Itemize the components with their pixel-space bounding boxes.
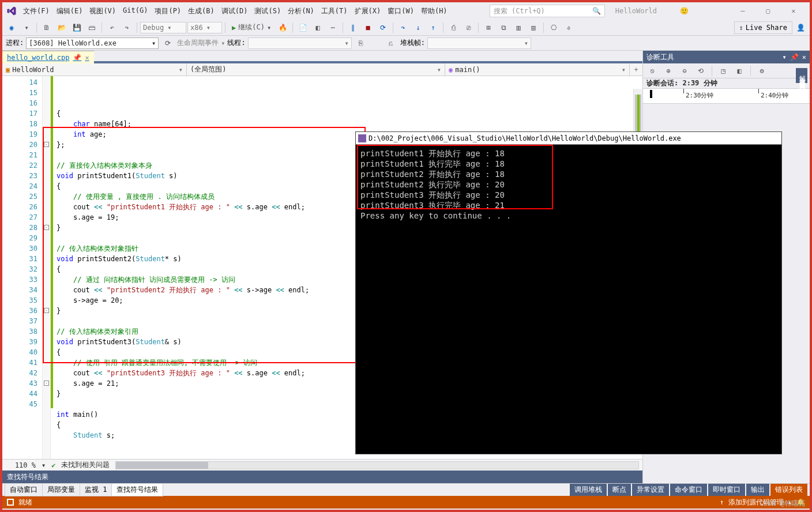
diagnostic-toolbar: ⎋ ⊕ ⊖ ⟲ ◳ ◧ ⚙ bbox=[643, 63, 810, 78]
menu-item[interactable]: 生成(B) bbox=[185, 5, 218, 17]
nav-back-icon[interactable]: ◉ bbox=[5, 21, 18, 34]
diag-t2-icon[interactable]: ⊕ bbox=[661, 65, 675, 77]
stop-icon[interactable]: ■ bbox=[361, 21, 375, 34]
process-combo[interactable]: [3608] HelloWorld.exe▾ bbox=[26, 37, 159, 49]
right-bottom-tab[interactable]: 调用堆栈 bbox=[570, 484, 607, 496]
nav-function[interactable]: ◉main()▾ bbox=[445, 63, 630, 76]
t13-icon[interactable]: ▤ bbox=[527, 21, 540, 34]
diagnostic-timeline[interactable]: 2:30分钟 2:40分钟 bbox=[643, 89, 810, 104]
bottom-tab[interactable]: 自动窗口 bbox=[5, 483, 43, 496]
new-file-icon[interactable]: 🗎 bbox=[40, 21, 54, 34]
nav-fwd-icon[interactable]: ▾ bbox=[20, 21, 33, 34]
fold-icon[interactable]: - bbox=[44, 308, 49, 313]
right-bottom-tab[interactable]: 错误列表 bbox=[770, 484, 807, 496]
menu-item[interactable]: 扩展(X) bbox=[351, 5, 385, 17]
console-title[interactable]: D:\002_Project\006_Visual_Studio\HelloWo… bbox=[356, 132, 781, 145]
pin-icon[interactable]: 📌 bbox=[73, 54, 81, 62]
diag-t1-icon[interactable]: ⎋ bbox=[645, 65, 659, 77]
redo-icon[interactable]: ↷ bbox=[120, 21, 134, 34]
thread-combo[interactable]: ▾ bbox=[248, 37, 352, 49]
menu-item[interactable]: 工具(T) bbox=[318, 5, 351, 17]
t2-icon[interactable]: ◧ bbox=[311, 21, 325, 34]
step-out-icon[interactable]: ↑ bbox=[426, 21, 440, 34]
menu-item[interactable]: 分析(N) bbox=[284, 5, 318, 17]
lifecycle-label: 生命周期事件 bbox=[177, 38, 219, 48]
solution-explorer-tab[interactable]: 解决方案资源管理器 bbox=[796, 68, 807, 83]
pause-icon[interactable]: ∥ bbox=[346, 21, 360, 34]
t12-icon[interactable]: ▥ bbox=[512, 21, 525, 34]
right-bottom-tab[interactable]: 异常设置 bbox=[632, 484, 669, 496]
t3-icon[interactable]: ⋯ bbox=[326, 21, 340, 34]
bottom-tab[interactable]: 局部变量 bbox=[42, 483, 80, 496]
config-combo[interactable]: Debug▾ bbox=[140, 22, 186, 33]
hot-reload-icon[interactable]: 🔥 bbox=[276, 21, 290, 34]
minimize-button[interactable]: — bbox=[730, 2, 755, 20]
menu-item[interactable]: 调试(D) bbox=[218, 5, 251, 17]
right-bottom-tab[interactable]: 即时窗口 bbox=[708, 484, 745, 496]
t9-icon[interactable]: ⎚ bbox=[461, 21, 475, 34]
menu-item[interactable]: 窗口(W) bbox=[384, 5, 418, 17]
zoom-level[interactable]: 110 % bbox=[6, 461, 36, 469]
admin-user-icon[interactable]: 👤 bbox=[794, 21, 807, 34]
continue-button[interactable]: ▶继续(C)▾ bbox=[228, 21, 275, 34]
thread-tool-icon[interactable]: ⎘ bbox=[354, 37, 368, 50]
watermark: CSDN @韩曙亮 bbox=[760, 499, 805, 509]
menu-item[interactable]: 视图(V) bbox=[86, 5, 119, 17]
nav-scope[interactable]: (全局范围)▾ bbox=[187, 63, 445, 76]
right-bottom-tab[interactable]: 输出 bbox=[746, 484, 769, 496]
maximize-button[interactable]: ▢ bbox=[755, 2, 781, 20]
tab-hello-world[interactable]: hello_world.cpp 📌 ✕ bbox=[2, 51, 94, 63]
feedback-icon[interactable]: 🙂 bbox=[680, 7, 691, 15]
step-over-icon[interactable]: ↷ bbox=[396, 21, 410, 34]
diag-settings-icon[interactable]: ⚙ bbox=[755, 65, 769, 77]
diag-t4-icon[interactable]: ⟲ bbox=[694, 65, 708, 77]
live-share-button[interactable]: ⇪Live Share bbox=[734, 21, 792, 34]
close-button[interactable]: ✕ bbox=[781, 2, 806, 20]
panel-dropdown-icon[interactable]: ▾ bbox=[783, 53, 787, 61]
t11-icon[interactable]: ⧉ bbox=[497, 21, 510, 34]
menu-item[interactable]: 项目(P) bbox=[151, 5, 185, 17]
console-window: D:\002_Project\006_Visual_Studio\HelloWo… bbox=[355, 131, 782, 454]
t15-icon[interactable]: ⎀ bbox=[562, 21, 576, 34]
close-tab-icon[interactable]: ✕ bbox=[85, 54, 89, 62]
lifecycle-icon[interactable]: ⟳ bbox=[161, 37, 175, 50]
search-input[interactable]: 搜索 (Ctrl+Q) 🔍 bbox=[490, 5, 605, 17]
horizontal-scrollbar[interactable] bbox=[115, 461, 639, 469]
thread-label: 线程: bbox=[227, 38, 245, 48]
right-bottom-tab[interactable]: 命令窗口 bbox=[670, 484, 707, 496]
t8-icon[interactable]: ⎙ bbox=[446, 21, 460, 34]
stack-combo[interactable]: ▾ bbox=[427, 37, 531, 49]
bottom-tabs: 自动窗口局部变量监视 1查找符号结果 调用堆栈断点异常设置命令窗口即时窗口输出错… bbox=[2, 483, 810, 496]
diag-t5-icon[interactable]: ◳ bbox=[716, 65, 730, 77]
bottom-tab[interactable]: 查找符号结果 bbox=[111, 483, 163, 496]
step-into-icon[interactable]: ↓ bbox=[411, 21, 425, 34]
nav-plus-icon[interactable]: ＋ bbox=[630, 63, 642, 76]
fold-icon[interactable]: - bbox=[44, 142, 49, 147]
t10-icon[interactable]: ⊞ bbox=[482, 21, 495, 34]
menu-item[interactable]: 编辑(E) bbox=[53, 5, 87, 17]
menu-item[interactable]: Git(G) bbox=[119, 5, 151, 17]
open-icon[interactable]: 📂 bbox=[55, 21, 69, 34]
platform-combo[interactable]: x86▾ bbox=[187, 22, 222, 33]
panel-close-icon[interactable]: ✕ bbox=[802, 53, 806, 61]
nav-project[interactable]: ▣HelloWorld▾ bbox=[2, 63, 187, 76]
bottom-tab[interactable]: 监视 1 bbox=[80, 483, 112, 496]
fold-icon[interactable]: - bbox=[44, 381, 49, 386]
diag-t3-icon[interactable]: ⊖ bbox=[678, 65, 691, 77]
menu-item[interactable]: 文件(F) bbox=[20, 5, 53, 17]
t14-icon[interactable]: ⎔ bbox=[547, 21, 561, 34]
restart-icon[interactable]: ⟳ bbox=[376, 21, 390, 34]
fold-icon[interactable]: - bbox=[44, 225, 49, 230]
diag-t6-icon[interactable]: ◧ bbox=[732, 65, 746, 77]
t1-icon[interactable]: 📄 bbox=[296, 21, 310, 34]
save-icon[interactable]: 💾 bbox=[70, 21, 84, 34]
right-bottom-tab[interactable]: 断点 bbox=[608, 484, 631, 496]
editor-tabs: hello_world.cpp 📌 ✕ bbox=[2, 51, 642, 63]
undo-icon[interactable]: ↶ bbox=[105, 21, 119, 34]
title-bar: 文件(F)编辑(E)视图(V)Git(G)项目(P)生成(B)调试(D)测试(S… bbox=[2, 2, 810, 20]
stack-tool-icon[interactable]: ⎌ bbox=[384, 37, 398, 50]
save-all-icon[interactable]: 🗃 bbox=[85, 21, 99, 34]
menu-item[interactable]: 帮助(H) bbox=[418, 5, 451, 17]
panel-pin-icon[interactable]: 📌 bbox=[790, 53, 799, 61]
menu-item[interactable]: 测试(S) bbox=[251, 5, 284, 17]
